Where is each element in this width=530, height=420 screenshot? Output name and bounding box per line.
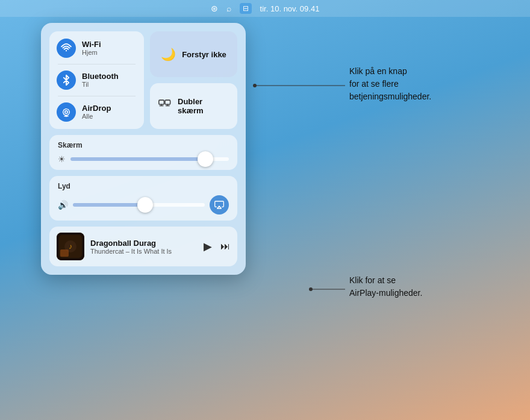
annotation-bottom-text: Klik for at se AirPlay-muligheder.: [349, 275, 422, 298]
wifi-title: Wi-Fi: [82, 40, 101, 49]
control-center-panel: Wi-Fi Hjem Bluetooth Til: [41, 23, 246, 275]
svg-point-18: [309, 287, 313, 291]
volume-icon: 🔊: [58, 200, 68, 210]
svg-point-2: [63, 109, 70, 116]
svg-point-1: [65, 111, 68, 114]
divider-2: [58, 96, 136, 96]
menubar: ⊛ ⌕ ⊟ tir. 10. nov. 09.41: [0, 0, 530, 17]
sound-section: Lyd 🔊: [49, 176, 237, 221]
airdrop-icon: [57, 102, 76, 122]
display-label: Skærm: [58, 141, 229, 149]
airdrop-title: AirDrop: [82, 104, 111, 113]
search-menubar-icon: ⌕: [226, 4, 231, 13]
sound-label: Lyd: [58, 182, 229, 190]
display-slider-row: ☀: [58, 154, 229, 164]
mirror-display-label: Dubler skærm: [178, 97, 229, 115]
wifi-menubar-icon: ⊛: [211, 4, 218, 13]
annotation-bottom: Klik for at se AirPlay-muligheder.: [349, 274, 422, 299]
menubar-center: ⊛ ⌕ ⊟ tir. 10. nov. 09.41: [211, 3, 320, 14]
do-not-disturb-label: Forstyr ikke: [182, 50, 226, 59]
svg-point-16: [253, 84, 257, 87]
play-button[interactable]: ▶: [204, 240, 212, 253]
do-not-disturb-tile[interactable]: 🌙 Forstyr ikke: [150, 31, 237, 77]
left-tiles: Wi-Fi Hjem Bluetooth Til: [49, 31, 144, 129]
bluetooth-text: Bluetooth Til: [82, 72, 119, 89]
brightness-track[interactable]: [70, 157, 229, 161]
bluetooth-title: Bluetooth: [82, 72, 119, 81]
menubar-clock: tir. 10. nov. 09.41: [260, 4, 320, 13]
wifi-text: Wi-Fi Hjem: [82, 40, 101, 57]
do-not-disturb-icon: 🌙: [161, 47, 176, 61]
airplay-button[interactable]: [210, 195, 229, 215]
sound-track-wrap: 🔊: [58, 200, 205, 210]
svg-marker-9: [217, 206, 222, 208]
svg-point-0: [66, 50, 67, 51]
right-tiles: 🌙 Forstyr ikke Dubler skærm: [150, 31, 237, 129]
divider-1: [58, 64, 136, 64]
wifi-tile[interactable]: Wi-Fi Hjem: [57, 37, 137, 59]
display-section: Skærm ☀: [49, 135, 237, 170]
control-center-menubar-icon[interactable]: ⊟: [240, 3, 252, 14]
airdrop-tile[interactable]: AirDrop Alle: [57, 101, 137, 123]
bluetooth-tile[interactable]: Bluetooth Til: [57, 69, 137, 91]
album-art: ♪: [57, 233, 84, 260]
now-playing-subtitle: Thundercat – It Is What It Is: [90, 248, 198, 255]
next-button[interactable]: ⏭: [220, 241, 230, 252]
svg-rect-4: [165, 100, 170, 104]
bluetooth-subtitle: Til: [82, 81, 119, 89]
annotation-top: Klik på en knap for at se flere betjenin…: [349, 65, 431, 103]
playback-controls: ▶ ⏭: [204, 240, 230, 253]
wifi-icon: [57, 39, 76, 58]
bluetooth-icon: [57, 71, 76, 90]
airdrop-text: AirDrop Alle: [82, 104, 111, 121]
mirror-icon: [158, 99, 172, 113]
volume-track[interactable]: [73, 203, 205, 207]
top-section: Wi-Fi Hjem Bluetooth Til: [49, 31, 237, 129]
sound-row: 🔊: [58, 195, 229, 215]
airdrop-subtitle: Alle: [82, 113, 111, 121]
svg-text:♪: ♪: [69, 242, 72, 251]
wifi-subtitle: Hjem: [82, 49, 101, 57]
now-playing-title: Dragonball Durag: [90, 239, 198, 248]
svg-rect-13: [60, 249, 69, 257]
now-playing-info: Dragonball Durag Thundercat – It Is What…: [90, 239, 198, 255]
svg-rect-3: [159, 100, 164, 104]
mirror-display-tile[interactable]: Dubler skærm: [150, 83, 237, 129]
brightness-icon: ☀: [58, 154, 66, 164]
now-playing-section: ♪ Dragonball Durag Thundercat – It Is Wh…: [49, 227, 237, 266]
annotation-top-text: Klik på en knap for at se flere betjenin…: [349, 66, 431, 101]
